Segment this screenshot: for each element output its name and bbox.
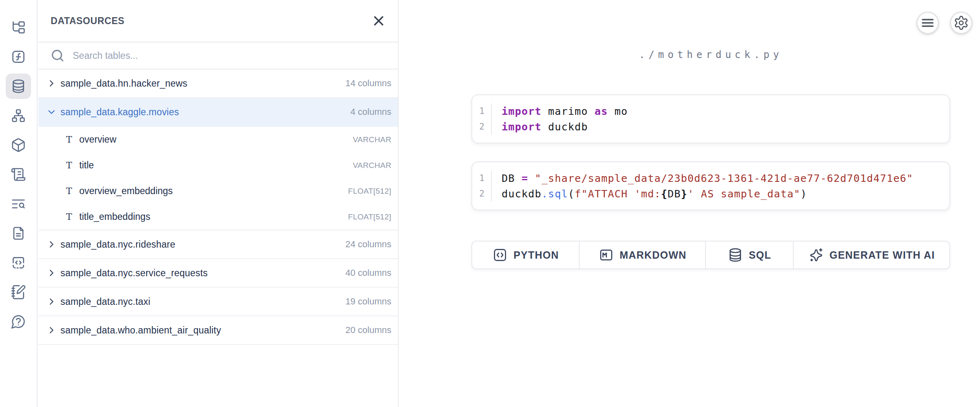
notebook-filename[interactable]: ./motherduck.py <box>471 49 950 60</box>
cell-list: 1 import marimo as mo 2 import duckdb <box>471 94 950 210</box>
code-token: mo <box>608 105 628 117</box>
code-token: .sql <box>542 188 568 200</box>
table-group: sample_data.nyc.taxi 19 columns <box>38 288 398 316</box>
sidebar-item-scratchpad[interactable] <box>6 280 31 305</box>
table-name: sample_data.nyc.service_requests <box>60 268 208 279</box>
sidebar-item-help[interactable] <box>6 309 31 334</box>
sidebar-item-dependencies[interactable] <box>6 103 31 128</box>
add-cell-button[interactable]: MARKDOWN <box>579 242 705 268</box>
code-cell[interactable]: 1 DB = "_share/sample_data/23b0d623-1361… <box>471 161 950 210</box>
chevron-right-icon <box>47 268 56 278</box>
panel-header: DATASOURCES <box>38 0 398 42</box>
table-list: sample_data.hn.hacker_news 14 columns sa… <box>38 69 398 345</box>
table-column-count: 19 columns <box>345 296 391 307</box>
code-line: 2 duckdb.sql(f"ATTACH 'md:{DB}' AS sampl… <box>472 186 949 201</box>
activity-rail <box>0 0 38 407</box>
notebook-area: ./motherduck.py 1 import marimo as mo <box>400 0 980 407</box>
code-token: duckdb <box>542 121 588 133</box>
column-list: T overview VARCHAR T title VARCHAR T <box>38 127 398 230</box>
line-number: 1 <box>472 170 492 186</box>
table-group: sample_data.nyc.rideshare 24 columns <box>38 230 398 259</box>
notebook-pen-icon <box>11 284 26 300</box>
code-cell[interactable]: 1 import marimo as mo 2 import duckdb <box>471 94 950 143</box>
code-token: ) <box>800 188 807 200</box>
column-row[interactable]: T overview VARCHAR <box>38 127 398 152</box>
sidebar-item-file-tree[interactable] <box>6 15 31 40</box>
settings-button[interactable] <box>950 12 972 34</box>
table-row[interactable]: sample_data.nyc.taxi 19 columns <box>38 288 398 316</box>
column-row[interactable]: T overview_embeddings FLOAT[512] <box>38 178 398 204</box>
search-tables-input[interactable] <box>72 50 390 62</box>
table-group: sample_data.kaggle.movies 4 columns T ov… <box>38 98 398 230</box>
code-line: 2 import duckdb <box>472 119 949 134</box>
package-icon <box>11 137 26 153</box>
add-cell-bar: PYTHON MARKDOWN SQL GENERATE WITH AI <box>471 241 950 269</box>
line-number: 2 <box>472 186 492 201</box>
column-name: title_embeddings <box>79 211 150 222</box>
code-token: DB <box>502 172 522 184</box>
search-row <box>38 42 398 69</box>
varchar-type-icon: T <box>64 160 74 170</box>
chevron-right-icon <box>47 297 56 306</box>
table-row[interactable]: sample_data.kaggle.movies 4 columns <box>38 98 398 127</box>
code-token: } <box>681 188 688 200</box>
activity-rail-items <box>6 15 31 334</box>
code-token: marimo <box>542 105 595 117</box>
code-token: duckdb <box>502 188 542 200</box>
table-column-count: 4 columns <box>350 107 391 117</box>
table-name: sample_data.who.ambient_air_quality <box>60 325 221 336</box>
table-group: sample_data.hn.hacker_news 14 columns <box>38 69 398 98</box>
table-name: sample_data.hn.hacker_news <box>60 78 188 89</box>
chevron-down-icon <box>47 107 56 117</box>
table-row[interactable]: sample_data.nyc.rideshare 24 columns <box>38 230 398 259</box>
code-token: ' AS sample_data" <box>688 188 800 200</box>
column-type: VARCHAR <box>353 161 391 170</box>
column-name: overview <box>79 134 116 145</box>
scroll-text-icon <box>11 167 26 182</box>
code-line: 1 DB = "_share/sample_data/23b0d623-1361… <box>472 170 949 186</box>
network-icon <box>11 108 26 123</box>
database-icon <box>11 78 26 94</box>
menu-icon <box>920 15 935 31</box>
sidebar-item-variables[interactable] <box>6 44 31 69</box>
add-cell-button[interactable]: PYTHON <box>472 242 579 268</box>
line-number: 1 <box>472 103 492 119</box>
add-cell-button-label: GENERATE WITH AI <box>830 249 935 261</box>
close-panel-button[interactable] <box>369 11 388 30</box>
column-row[interactable]: T title VARCHAR <box>38 152 398 178</box>
add-cell-button[interactable]: GENERATE WITH AI <box>793 242 949 268</box>
varchar-type-icon: T <box>64 212 74 222</box>
table-column-count: 40 columns <box>345 268 391 278</box>
text-search-icon <box>11 196 26 212</box>
table-column-count: 24 columns <box>345 239 391 250</box>
add-cell-button-label: MARKDOWN <box>620 249 687 261</box>
gear-icon <box>953 15 969 31</box>
code-square-dashed-icon <box>11 255 26 271</box>
code-token: import <box>502 121 542 133</box>
code-text: import marimo as mo <box>492 103 628 119</box>
sidebar-item-datasources[interactable] <box>6 74 31 99</box>
table-row[interactable]: sample_data.who.ambient_air_quality 20 c… <box>38 316 398 345</box>
sidebar-item-search[interactable] <box>6 191 31 217</box>
help-bubble-icon <box>11 314 26 329</box>
table-row[interactable]: sample_data.hn.hacker_news 14 columns <box>38 69 398 98</box>
database-icon <box>728 247 743 263</box>
column-type: FLOAT[512] <box>348 187 391 196</box>
table-column-count: 14 columns <box>345 78 391 89</box>
sidebar-item-logs[interactable] <box>6 162 31 187</box>
notebook-menu-button[interactable] <box>917 12 939 34</box>
add-cell-button[interactable]: SQL <box>705 242 793 268</box>
function-square-icon <box>11 49 26 65</box>
file-text-icon <box>11 226 26 241</box>
close-icon <box>371 13 386 29</box>
sidebar-item-documentation[interactable] <box>6 221 31 246</box>
column-name: title <box>79 160 94 171</box>
markdown-icon <box>598 247 614 263</box>
code-token <box>528 172 535 184</box>
table-row[interactable]: sample_data.nyc.service_requests 40 colu… <box>38 259 398 288</box>
sidebar-item-packages[interactable] <box>6 132 31 158</box>
sidebar-item-snippets[interactable] <box>6 250 31 275</box>
add-cell-button-label: SQL <box>749 249 771 261</box>
column-type: FLOAT[512] <box>348 212 391 221</box>
column-row[interactable]: T title_embeddings FLOAT[512] <box>38 204 398 230</box>
